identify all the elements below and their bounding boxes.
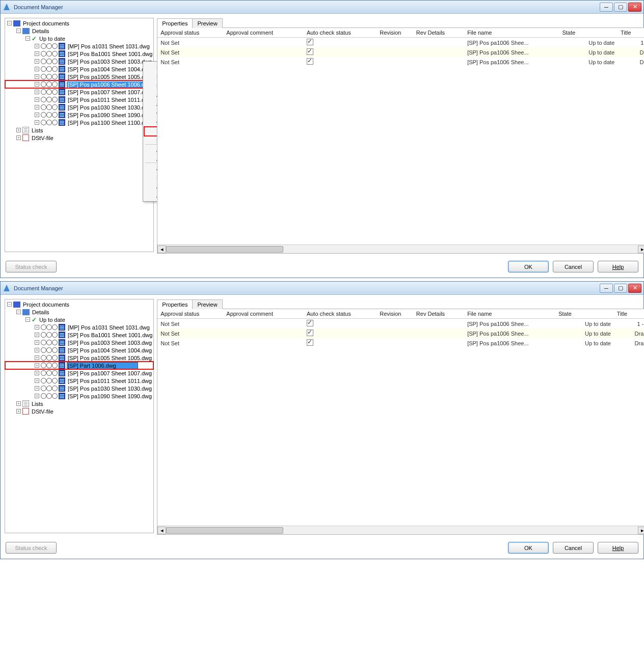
auto-check-box[interactable]	[307, 58, 313, 65]
lists-icon	[22, 127, 29, 133]
tree-lists[interactable]: Lists	[31, 127, 44, 133]
dstv-icon	[22, 408, 29, 415]
grid-hscroll[interactable]: ◂▸	[157, 244, 644, 253]
middle-pane: Properties Preview Approval status Appro…	[157, 299, 644, 535]
tree-item-selected[interactable]: +[SP] Pos pa1006 Sheet 1006.dwg	[5, 80, 153, 88]
tree-pane[interactable]: −Project documents −Details −✓Up to date…	[5, 18, 154, 252]
tree-uptodate[interactable]: Up to date	[38, 36, 66, 42]
cancel-button[interactable]: Cancel	[553, 542, 594, 554]
auto-check-box[interactable]	[307, 39, 313, 45]
table-row[interactable]: Not Set[SP] Pos pa1006 Shee...Up to date…	[157, 338, 644, 348]
col-state[interactable]: State	[555, 309, 614, 319]
tree-item[interactable]: [SP] Pos pa1030 Sheet 1030.dwg	[67, 386, 153, 392]
ok-button[interactable]: OK	[508, 261, 549, 272]
tree-item[interactable]: [SP] Pos pa1030 Sheet 1030.dwg	[67, 104, 153, 111]
tab-properties[interactable]: Properties	[157, 18, 193, 28]
col-file-name[interactable]: File name	[464, 28, 559, 38]
status-check-button: Status check	[6, 261, 57, 272]
col-approval-comment[interactable]: Approval comment	[223, 309, 304, 319]
col-file-name[interactable]: File name	[464, 309, 555, 319]
tree-item[interactable]: [SP] Pos Ba1001 Sheet 1001.dwg	[67, 51, 153, 57]
tree-item[interactable]: [SP] Pos pa1090 Sheet 1090.dwg	[67, 112, 153, 118]
maximize-button[interactable]: ▢	[614, 284, 627, 293]
col-approval-comment[interactable]: Approval comment	[223, 28, 304, 38]
svg-marker-0	[4, 4, 10, 10]
tree-item[interactable]: [SP] Pos pa1007 Sheet 1007.dwg	[67, 370, 153, 376]
tree-pane[interactable]: −Project documents −Details −✓Up to date…	[5, 299, 154, 533]
tree-item[interactable]: [SP] Pos pa1004 Sheet 1004.dwg	[67, 347, 153, 353]
col-state[interactable]: State	[559, 28, 618, 38]
window-title: Document Manager	[14, 4, 600, 10]
minimize-button[interactable]: ─	[600, 284, 613, 293]
tree-details[interactable]: Details	[31, 309, 50, 315]
tree-item[interactable]: [SP] Pos pa1011 Sheet 1011.dwg	[67, 97, 153, 103]
help-button[interactable]: Help	[598, 542, 638, 554]
titlebar[interactable]: Document Manager ─ ▢ ✕	[1, 282, 643, 295]
tree-dstv[interactable]: DStV-file	[31, 408, 55, 415]
table-row[interactable]: Not Set[SP] Pos pa1006 Shee...Up to date…	[157, 328, 644, 338]
check-icon: ✓	[32, 316, 37, 323]
window-title: Document Manager	[14, 285, 600, 291]
col-approval-status[interactable]: Approval status	[157, 309, 223, 319]
dstv-icon	[22, 134, 29, 141]
tree-item[interactable]: [SP] Pos pa1005 Sheet 1005.dwg	[67, 74, 153, 80]
tree-item[interactable]: [SP] Pos pa1003 Sheet 1003.dwg	[67, 340, 153, 346]
properties-grid[interactable]: Approval status Approval comment Auto ch…	[157, 28, 644, 254]
tab-properties[interactable]: Properties	[157, 299, 193, 309]
minimize-button[interactable]: ─	[600, 3, 613, 12]
col-rev-details[interactable]: Rev Details	[413, 309, 464, 319]
tree-root[interactable]: Project documents	[22, 20, 70, 26]
auto-check-box[interactable]	[307, 330, 313, 336]
tree-item[interactable]: [SP] Pos pa1005 Sheet 1005.dwg	[67, 355, 153, 361]
col-revision[interactable]: Revision	[377, 309, 413, 319]
col-title[interactable]: Title	[618, 28, 644, 38]
status-check-button: Status check	[6, 542, 57, 554]
table-row[interactable]: Not Set[SP] Pos pa1006 Shee...Up to date…	[157, 57, 644, 67]
tree-item[interactable]: [SP] Pos pa1004 Sheet 1004.dwg	[67, 66, 153, 72]
col-title[interactable]: Title	[614, 309, 644, 319]
col-approval-status[interactable]: Approval status	[157, 28, 223, 38]
ok-button[interactable]: OK	[508, 542, 549, 554]
middle-pane: Properties Preview Approval status Appro…	[157, 18, 644, 254]
table-row[interactable]: Not Set[SP] Pos pa1006 Shee...Up to date…	[157, 47, 644, 57]
window-document-manager: Document Manager ─ ▢ ✕ −Project document…	[0, 281, 644, 559]
close-button[interactable]: ✕	[628, 3, 641, 12]
grid-hscroll[interactable]: ◂▸	[157, 526, 644, 534]
maximize-button[interactable]: ▢	[614, 3, 627, 12]
tree-lists[interactable]: Lists	[31, 401, 44, 407]
app-icon	[3, 284, 11, 292]
auto-check-box[interactable]	[307, 339, 313, 346]
col-rev-details[interactable]: Rev Details	[413, 28, 464, 38]
tree-item[interactable]: [MP] Pos a1031 Sheet 1031.dwg	[67, 324, 151, 331]
tree-item[interactable]: [SP] Pos pa1100 Sheet 1100.dwg	[67, 120, 153, 126]
tab-preview[interactable]: Preview	[192, 18, 222, 28]
tree-item[interactable]: [MP] Pos a1031 Sheet 1031.dwg	[67, 43, 151, 49]
tab-preview[interactable]: Preview	[192, 299, 222, 309]
cancel-button[interactable]: Cancel	[553, 261, 594, 272]
tree-dstv[interactable]: DStV-file	[31, 135, 55, 141]
app-icon	[3, 3, 11, 11]
tree-item[interactable]: [SP] Pos Ba1001 Sheet 1001.dwg	[67, 332, 153, 338]
titlebar[interactable]: Document Manager ─ ▢ ✕	[1, 1, 643, 14]
col-revision[interactable]: Revision	[377, 28, 413, 38]
tree-uptodate[interactable]: Up to date	[38, 317, 66, 323]
properties-grid[interactable]: Approval status Approval comment Auto ch…	[157, 309, 644, 535]
table-row[interactable]: Not Set[SP] Pos pa1006 Shee...Up to date…	[157, 319, 644, 329]
tree-item-editing[interactable]: +[SP] Part 1006.dwg	[5, 362, 153, 369]
col-auto-check[interactable]: Auto check status	[304, 309, 377, 319]
tree-details[interactable]: Details	[31, 28, 50, 34]
tree-item[interactable]: [SP] Pos pa1007 Sheet 1007.dwg	[67, 89, 153, 95]
tree-root[interactable]: Project documents	[22, 301, 70, 308]
svg-marker-1	[4, 285, 10, 291]
auto-check-box[interactable]	[307, 48, 313, 55]
col-auto-check[interactable]: Auto check status	[304, 28, 377, 38]
check-icon: ✓	[32, 35, 37, 42]
tree-item[interactable]: [SP] Pos pa1090 Sheet 1090.dwg	[67, 393, 153, 399]
auto-check-box[interactable]	[307, 320, 313, 326]
tree-item[interactable]: [SP] Pos pa1003 Sheet 1003.dwg	[67, 59, 153, 65]
close-button[interactable]: ✕	[628, 284, 641, 293]
help-button[interactable]: Help	[598, 261, 638, 272]
tree-item[interactable]: [SP] Pos pa1011 Sheet 1011.dwg	[67, 378, 153, 384]
table-row[interactable]: Not Set[SP] Pos pa1006 Shee...Up to date…	[157, 38, 644, 48]
window-document-manager: Document Manager ─ ▢ ✕ −Project document…	[0, 0, 644, 278]
